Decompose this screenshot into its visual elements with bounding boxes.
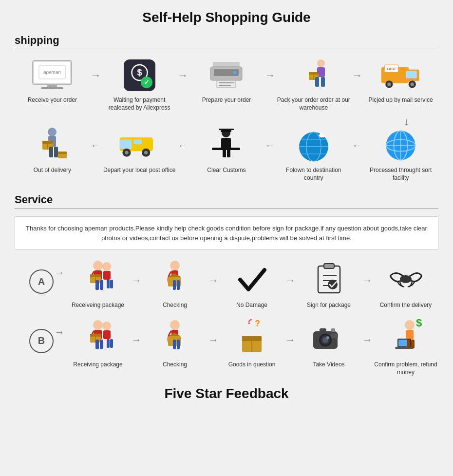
- handshake-icon: [386, 260, 425, 299]
- svg-rect-44: [120, 140, 132, 149]
- arrow-b4: →: [361, 334, 373, 346]
- svg-point-18: [317, 59, 325, 67]
- circle-b: B: [29, 329, 54, 353]
- svg-rect-16: [219, 82, 234, 83]
- svg-text:$: $: [416, 319, 422, 329]
- flow-label-depart: Depart your local post office: [103, 167, 176, 174]
- svg-point-34: [48, 128, 57, 136]
- service-item-confirm-delivery: Confirm the delivery: [373, 260, 438, 309]
- svg-point-119: [326, 336, 329, 339]
- flow-item-receive: apeman Receive your order: [15, 57, 90, 104]
- svg-rect-63: [320, 135, 324, 137]
- flow-label-processed: Processed throught sort facility: [363, 167, 438, 182]
- service-item-no-damage: No Damage: [219, 260, 284, 309]
- hero-receive-b-icon: [78, 319, 117, 358]
- svg-rect-56: [227, 149, 230, 157]
- svg-rect-77: [103, 271, 111, 280]
- arrow-a4: →: [361, 274, 373, 287]
- service-label-checking-b: Checking: [163, 361, 187, 369]
- svg-text:?: ?: [246, 319, 252, 326]
- service-label-checking-a: Checking: [163, 302, 187, 309]
- service-section-header: Service: [15, 193, 438, 209]
- svg-point-76: [102, 262, 111, 271]
- arrow-down: ↓: [15, 116, 438, 127]
- arrow-1: →: [90, 69, 102, 82]
- five-star-title: Five Star Feedback: [15, 386, 438, 406]
- flow-item-payment: $ ✓ Waiting for payment realeased by Ali…: [102, 57, 177, 112]
- service-label-goods-question: Goods in question: [228, 361, 276, 369]
- svg-rect-121: [331, 333, 338, 338]
- svg-rect-27: [406, 71, 417, 78]
- flow-label-receive: Receive your order: [28, 96, 77, 104]
- svg-point-123: [405, 320, 415, 330]
- arrow-a1: →: [131, 274, 142, 287]
- hero-checking-b-icon: [155, 319, 194, 358]
- service-item-goods-question: ? ? Goods in question: [219, 319, 284, 369]
- svg-rect-84: [173, 280, 176, 290]
- shipping-row-1: apeman Receive your order → $ ✓ Waiting …: [15, 57, 438, 112]
- svg-rect-101: [103, 330, 111, 339]
- svg-rect-86: [318, 266, 340, 293]
- shipping-row-2: Out of delivery ← Depart your local post…: [15, 127, 438, 182]
- service-section: Service Thanks for choosing apeman produ…: [15, 193, 438, 376]
- service-label-receive-b: Receiving package: [73, 361, 122, 369]
- flow-label-pack: Pack your order order at our warehouse: [276, 96, 351, 112]
- van-icon: [117, 127, 161, 164]
- svg-rect-125: [406, 330, 414, 340]
- refund-icon: $: [386, 319, 425, 358]
- service-item-sign-pkg: Sign for package: [296, 260, 361, 309]
- flow-label-followon: Folown to destination country: [276, 167, 351, 182]
- svg-rect-79: [110, 280, 113, 288]
- svg-point-80: [170, 261, 180, 270]
- svg-rect-128: [395, 347, 414, 349]
- service-label-confirm-problem: Confirm problem, refund money: [373, 361, 438, 376]
- service-description: Thanks for choosing apeman products.Plea…: [15, 216, 438, 250]
- flow-label-delivery: Out of delivery: [34, 167, 71, 174]
- monitor-icon: apeman: [30, 57, 74, 94]
- svg-rect-78: [107, 280, 110, 288]
- arrow-a0: →: [54, 267, 65, 279]
- truck-icon: FAST: [379, 57, 423, 94]
- svg-rect-11: [213, 62, 240, 67]
- arrow-8: ←: [351, 139, 363, 152]
- service-label-sign-pkg: Sign for package: [307, 302, 351, 309]
- svg-point-93: [93, 320, 103, 330]
- svg-point-14: [233, 71, 236, 74]
- svg-point-100: [102, 322, 111, 330]
- arrow-b0: →: [54, 326, 65, 339]
- payment-icon: $ ✓: [117, 57, 161, 94]
- question-marks-icon: ? ?: [232, 319, 271, 358]
- arrow-b2: →: [208, 334, 219, 346]
- shipping-section-header: shipping: [15, 34, 438, 49]
- page-container: Self-Help Shopping Guide shipping apeman…: [0, 0, 453, 416]
- package-icon: [292, 57, 336, 94]
- svg-rect-130: [411, 340, 415, 348]
- svg-rect-122: [331, 328, 335, 332]
- arrow-a3: →: [284, 274, 296, 287]
- svg-text:?: ?: [255, 319, 260, 328]
- service-item-take-videos: Take Videos: [296, 319, 361, 369]
- svg-rect-98: [95, 340, 99, 349]
- svg-rect-4: [47, 85, 57, 87]
- arrow-a2: →: [208, 274, 219, 287]
- svg-rect-129: [407, 340, 410, 348]
- svg-rect-99: [100, 340, 103, 349]
- flow-item-delivery: Out of delivery: [15, 127, 90, 174]
- hero-checking-a-icon: [155, 260, 194, 299]
- customs-icon: [205, 127, 248, 164]
- svg-rect-15: [217, 80, 236, 88]
- service-row-a: A →: [15, 260, 438, 309]
- arrow-b1: →: [131, 334, 142, 346]
- svg-rect-87: [324, 264, 334, 268]
- service-label-receive-a: Receiveing package: [72, 302, 124, 309]
- flow-item-pickup: FAST Picjed up by mail service: [363, 57, 438, 104]
- svg-rect-75: [100, 280, 103, 290]
- svg-point-92: [400, 275, 412, 283]
- svg-rect-45: [133, 140, 142, 144]
- svg-rect-120: [320, 328, 326, 332]
- service-item-checking-a: Checking: [142, 260, 208, 309]
- circle-a: A: [29, 269, 54, 294]
- arrow-6: ←: [177, 139, 189, 152]
- arrow-7: ←: [264, 139, 276, 152]
- svg-point-49: [144, 151, 148, 155]
